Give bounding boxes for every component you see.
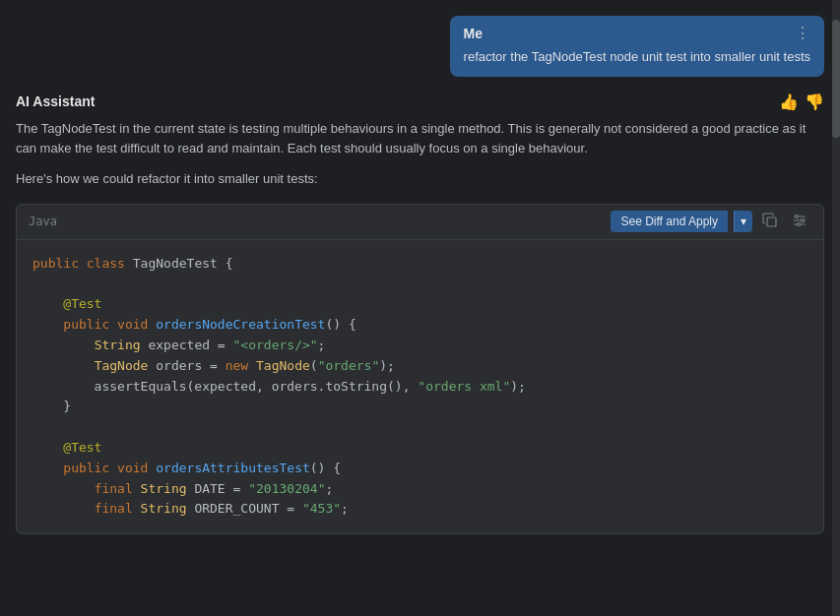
code-pre: public class TagNodeTest { @Test public … bbox=[32, 254, 808, 520]
svg-point-4 bbox=[796, 215, 799, 217]
ai-name: AI Assistant bbox=[16, 93, 95, 109]
copy-icon[interactable] bbox=[758, 211, 782, 233]
scrollbar-track[interactable] bbox=[832, 0, 840, 616]
code-language-label: Java bbox=[29, 215, 57, 228]
chat-container: Me ⋮ refactor the TagNodeTest node unit … bbox=[0, 0, 840, 616]
svg-rect-0 bbox=[767, 217, 776, 226]
user-message-text: refactor the TagNodeTest node unit test … bbox=[464, 47, 810, 67]
user-message-bubble: Me ⋮ refactor the TagNodeTest node unit … bbox=[450, 16, 824, 77]
scrollbar-thumb[interactable] bbox=[832, 20, 840, 138]
ai-header: AI Assistant 👍 👎 bbox=[16, 92, 824, 111]
ai-feedback-icons: 👍 👎 bbox=[779, 92, 824, 111]
user-message-header: Me ⋮ bbox=[464, 26, 810, 41]
user-menu-icon[interactable]: ⋮ bbox=[795, 26, 810, 41]
see-diff-dropdown-button[interactable]: ▾ bbox=[734, 211, 752, 232]
user-name: Me bbox=[464, 26, 483, 41]
user-message-wrapper: Me ⋮ refactor the TagNodeTest node unit … bbox=[16, 16, 824, 77]
code-content: public class TagNodeTest { @Test public … bbox=[17, 240, 823, 533]
settings-icon[interactable] bbox=[788, 211, 811, 233]
thumbs-up-icon[interactable]: 👍 bbox=[779, 92, 799, 111]
ai-response-paragraph-1: The TagNodeTest in the current state is … bbox=[16, 119, 824, 160]
code-block-header: Java See Diff and Apply ▾ bbox=[17, 205, 823, 240]
ai-response-paragraph-2: Here's how we could refactor it into sma… bbox=[16, 169, 824, 190]
svg-point-5 bbox=[802, 218, 805, 221]
ai-message-wrapper: AI Assistant 👍 👎 The TagNodeTest in the … bbox=[16, 92, 824, 535]
svg-point-6 bbox=[798, 222, 801, 225]
code-header-actions: See Diff and Apply ▾ bbox=[611, 211, 811, 233]
thumbs-down-icon[interactable]: 👎 bbox=[805, 92, 824, 111]
see-diff-apply-button[interactable]: See Diff and Apply bbox=[611, 211, 728, 232]
code-block: Java See Diff and Apply ▾ bbox=[16, 204, 824, 534]
